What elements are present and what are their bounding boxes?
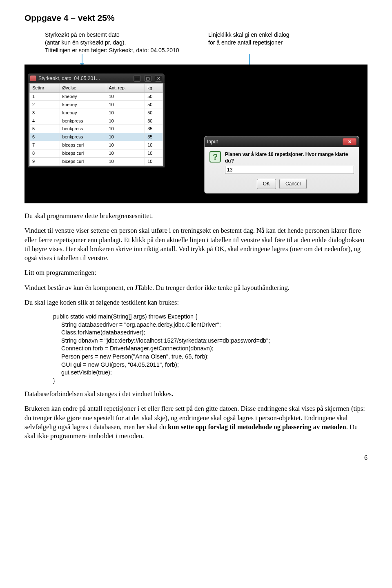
ok-button[interactable]: OK [257,179,276,189]
table-cell: 1 [30,93,60,101]
table-cell: 10 [106,133,145,141]
table-row[interactable]: 4benkpress1030 [30,117,163,125]
annot-right-line2: for å endre antall repetisjoner [208,39,323,47]
dialog-title: Input [207,138,218,145]
table-row[interactable]: 5benkpress1035 [30,125,163,133]
paragraph-2: Vinduet til venstre viser settene en per… [24,226,368,263]
code-l9: } [53,377,368,385]
cancel-button[interactable]: Cancel [279,179,307,189]
annotation-row: Styrkeøkt på en bestemt dato (antar kun … [45,31,368,54]
page-title: Oppgave 4 – vekt 25% [24,12,368,24]
code-block: public static void main(String[] args) t… [53,313,368,385]
dialog-close-button[interactable]: ✕ [343,138,356,145]
table-cell: 7 [30,141,60,149]
col-ovelse[interactable]: Øvelse [60,84,106,93]
table-cell: benkpress [60,133,106,141]
dialog-titlebar[interactable]: Input ✕ [205,136,359,147]
screenshot-panel: Styrkeøkt, dato: 04.05.201... — ▢ ✕ Sett… [24,65,368,203]
table-row[interactable]: 2knebøy1050 [30,100,163,109]
paragraph-3: Litt om programmeringen: [24,268,368,277]
code-l6: Person pers = new Person("Anna Olsen", t… [53,353,368,361]
code-l2: String databasedriver = "org.apache.derb… [53,321,368,329]
table-cell: knebøy [60,109,106,117]
annotation-right: Linjeklikk skal gi en enkel dialog for å… [208,31,323,54]
table-cell: 2 [30,100,60,109]
table-cell: knebøy [60,93,106,101]
minimize-button[interactable]: — [134,75,141,82]
table-cell: 30 [145,117,163,125]
annot-right-line1: Linjeklikk skal gi en enkel dialog [208,31,323,39]
col-kg[interactable]: kg [145,84,163,93]
code-l1: public static void main(String[] args) t… [53,313,368,321]
annot-left-line3: Tittellinjen er som følger: Styrkeøkt, d… [45,47,184,54]
table-cell: 10 [106,125,145,133]
code-l4: String dbnavn = "jdbc:derby://localhost:… [53,337,368,345]
code-l3: Class.forName(databasedriver); [53,329,368,337]
code-l7: GUI gui = new GUI(pers, "04.05.2011", fo… [53,361,368,369]
sets-table[interactable]: Settnr Øvelse Ant. rep. kg 1knebøy10502k… [29,83,163,165]
table-cell: biceps curl [60,149,106,157]
table-cell: 10 [145,141,163,149]
table-cell: 10 [106,93,145,101]
table-cell: knebøy [60,100,106,109]
table-cell: 10 [106,117,145,125]
table-row[interactable]: 8biceps curl1010 [30,149,163,157]
paragraph-4: Vinduet består av kun én komponent, en J… [24,283,368,292]
window-title: Styrkeøkt, dato: 04.05.201... [38,75,100,82]
table-row[interactable]: 1knebøy1050 [30,93,163,101]
window-titlebar[interactable]: Styrkeøkt, dato: 04.05.201... — ▢ ✕ [28,74,165,83]
close-button[interactable]: ✕ [155,75,162,82]
table-cell: 8 [30,149,60,157]
table-cell: 50 [145,109,163,117]
question-icon: ? [209,151,221,163]
table-cell: 10 [106,109,145,117]
table-cell: 35 [145,125,163,133]
paragraph-5: Du skal lage koden slik at følgende test… [24,298,368,307]
table-cell: 10 [106,100,145,109]
annot-left-line2: (antar kun én styrkeøkt pr. dag). [45,39,184,47]
page-number: 6 [24,453,368,462]
maximize-button[interactable]: ▢ [144,75,151,82]
window-styrkeokt: Styrkeøkt, dato: 04.05.201... — ▢ ✕ Sett… [28,74,165,167]
annotation-left: Styrkeøkt på en bestemt dato (antar kun … [45,31,184,54]
table-cell: 10 [106,157,145,165]
table-cell: 6 [30,133,60,141]
table-cell: benkpress [60,117,106,125]
table-cell: 10 [106,141,145,149]
paragraph-7: Brukeren kan endre på antall repetisjone… [24,404,368,441]
table-cell: 3 [30,109,60,117]
dialog-message: Planen var å klare 10 repetisjoner. Hvor… [225,151,354,164]
table-cell: biceps curl [60,157,106,165]
paragraph-1: Du skal programmere dette brukergrensesn… [24,212,368,220]
code-l8: gui.setVisible(true); [53,369,368,377]
table-row[interactable]: 6benkpress1035 [30,133,163,141]
java-icon [30,76,36,81]
col-antrep[interactable]: Ant. rep. [106,84,145,93]
table-cell: biceps curl [60,141,106,149]
annot-left-line1: Styrkeøkt på en bestemt dato [45,31,184,39]
col-settnr[interactable]: Settnr [30,84,60,93]
arrow-left [82,54,82,66]
table-cell: 35 [145,133,163,141]
table-cell: 10 [145,149,163,157]
table-row[interactable]: 7biceps curl1010 [30,141,163,149]
table-cell: 9 [30,157,60,165]
table-cell: 10 [145,157,163,165]
table-cell: benkpress [60,125,106,133]
table-cell: 10 [106,149,145,157]
table-cell: 50 [145,100,163,109]
dialog-input[interactable] [225,166,354,174]
table-cell: 50 [145,93,163,101]
table-cell: 5 [30,125,60,133]
input-dialog: Input ✕ ? Planen var å klare 10 repetisj… [204,136,359,194]
table-cell: 4 [30,117,60,125]
table-row[interactable]: 9biceps curl1010 [30,157,163,165]
paragraph-7b: kun sette opp forslag til metodehode og … [168,423,346,431]
paragraph-6: Databaseforbindelsen skal stenges i det … [24,390,368,399]
code-l5: Connection forb = DriverManager.getConne… [53,345,368,353]
table-row[interactable]: 3knebøy1050 [30,109,163,117]
